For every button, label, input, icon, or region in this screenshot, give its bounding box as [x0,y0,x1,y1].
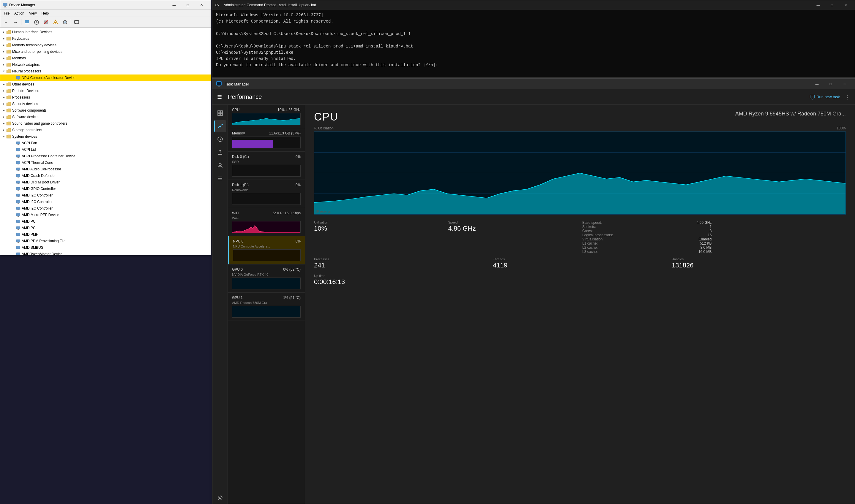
menu-help[interactable]: Help [39,11,51,16]
tree-item[interactable]: AMD DRTM Boot Driver [0,179,211,185]
menu-view[interactable]: View [27,11,39,16]
perf-list-item[interactable]: Disk 0 (C:)0%SSD [228,152,305,180]
forward-button[interactable]: → [11,18,20,26]
virt-label: Virtualisation: [582,237,604,241]
close-button[interactable]: ✕ [195,0,208,10]
properties-button[interactable] [22,18,32,26]
menu-action[interactable]: Action [12,11,27,16]
tree-item[interactable]: AMD GPIO Controller [0,185,211,192]
perf-list-item[interactable]: Disk 1 (E:)0%Removable [228,180,305,208]
menu-file[interactable]: File [1,11,12,16]
perf-item-name: WiFi [232,211,239,215]
run-new-task[interactable]: Run new task [810,95,840,100]
tree-item[interactable]: ►Software devices [0,114,211,120]
device-icon [16,160,20,165]
tree-item[interactable]: AMD SMBUS [0,244,211,251]
cmd-close[interactable]: ✕ [839,0,852,10]
tree-item[interactable]: ►Human Interface Devices [0,29,211,35]
tm-minimize[interactable]: — [810,79,824,89]
sidebar-details-icon[interactable] [214,173,226,184]
cmd-minimize[interactable]: — [811,0,825,10]
tree-item[interactable]: AMD PPM Provisioning File [0,238,211,244]
tree-item[interactable]: AMD PCI [0,218,211,225]
back-button[interactable]: ← [1,18,11,26]
perf-item-sub: NPU Compute Accelera... [233,245,301,248]
update-driver-button[interactable] [32,18,41,26]
tree-expander-icon: ▼ [1,69,6,74]
tree-item[interactable]: AMD Micro PEP Device [0,212,211,218]
tree-item[interactable]: AMD PCI [0,225,211,231]
tree-item[interactable]: AMDRyzenMaster Device [0,251,211,255]
device-icon [16,226,20,230]
tree-item[interactable]: ►Memory technology devices [0,42,211,48]
uninstall-button[interactable] [51,18,60,26]
perf-list-item[interactable]: GPU 11% (51 °C)AMD Radeon 780M Gra [228,293,305,321]
tree-item[interactable]: ►Security devices [0,101,211,107]
tree-expander-icon [11,193,16,198]
sidebar-startup-icon[interactable] [214,146,226,158]
device-icon [16,193,20,198]
tree-item[interactable]: AMD Audio CoProcessor [0,166,211,173]
tree-item[interactable]: ACPI Fan [0,140,211,146]
tree-item[interactable]: AMD I2C Controller [0,199,211,205]
tree-item[interactable]: AMD I2C Controller [0,205,211,212]
tree-item[interactable]: ACPI Thermal Zone [0,159,211,166]
tree-item[interactable]: ▼System devices [0,133,211,140]
tree-item[interactable]: AMD Crash Defender [0,173,211,179]
tree-item[interactable]: ACPI Lid [0,146,211,153]
perf-list-item[interactable]: Memory11.6/31.3 GB (37%) [228,128,305,152]
disable-button[interactable] [41,18,51,26]
perf-list-item[interactable]: GPU 00% (52 °C)NVIDIA GeForce RTX 40 [228,265,305,293]
tree-item[interactable]: ►Other devices [0,81,211,88]
computer-button[interactable] [72,18,81,26]
hamburger-icon[interactable]: ☰ [217,94,222,100]
threads-label: Threads [493,257,667,261]
cmd-maximize[interactable]: □ [825,0,839,10]
cmd-line [216,37,851,43]
tree-item[interactable]: ACPI Processor Container Device [0,153,211,159]
sidebar-settings-icon[interactable] [214,492,226,504]
tree-item-label: AMD PCI [22,219,37,223]
perf-item-sub: SSD [232,160,301,164]
scan-changes-button[interactable] [60,18,70,26]
window-controls: — □ ✕ [167,0,208,10]
run-task-label: Run new task [816,95,840,99]
device-icon [16,252,20,255]
tree-item[interactable]: ►Keyboards [0,35,211,42]
device-icon [16,186,20,191]
tm-maximize[interactable]: □ [824,79,837,89]
tm-close[interactable]: ✕ [837,79,851,89]
tree-item[interactable]: AMD PMF [0,231,211,238]
tree-item[interactable]: ►Portable Devices [0,88,211,94]
tree-item[interactable]: ►Mice and other pointing devices [0,48,211,55]
tree-expander-icon [11,160,16,165]
tree-expander-icon: ► [1,128,6,132]
minimize-button[interactable]: — [167,0,181,10]
svg-rect-2 [3,7,6,7]
tree-item[interactable]: ►Storage controllers [0,127,211,133]
perf-list-item[interactable]: NPU 00%NPU Compute Accelera... [228,236,305,265]
maximize-button[interactable]: □ [181,0,195,10]
tree-item[interactable]: ►Monitors [0,55,211,61]
tree-item-label: AMD PCI [22,226,37,230]
tree-item[interactable]: ▼Neural processors [0,68,211,74]
sidebar-users-icon[interactable] [214,159,226,171]
tree-item[interactable]: ►Processors [0,94,211,101]
more-options-icon[interactable]: ⋮ [844,94,850,100]
tree-item[interactable]: ►Software components [0,107,211,114]
sidebar-apphistory-icon[interactable] [214,133,226,145]
folder-icon [6,30,11,34]
sidebar-performance-icon[interactable] [214,120,226,132]
sidebar-overview-icon[interactable] [214,107,226,119]
tree-item[interactable]: ►Network adapters [0,61,211,68]
tm-body: CPU10% 4.86 GHzMemory11.6/31.3 GB (37%)D… [212,105,855,504]
tree-item[interactable]: NPU Compute Accelerator Device [0,74,211,81]
processes-value: 241 [314,262,488,269]
tree-item[interactable]: AMD I2C Controller [0,192,211,199]
perf-list-item[interactable]: WiFiS: 0 R: 16.0 KbpsWiFi [228,208,305,236]
tree-item[interactable]: ►Sound, video and game controllers [0,120,211,127]
svg-rect-32 [18,190,19,191]
perf-list-item[interactable]: CPU10% 4.86 GHz [228,105,305,128]
l3-label: L3 cache: [582,250,598,254]
svg-rect-30 [18,183,19,184]
